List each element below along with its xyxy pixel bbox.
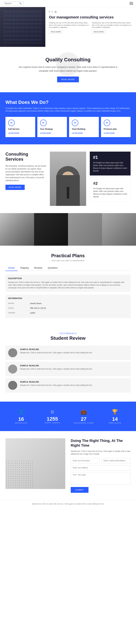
stat-icon: ☺	[37, 409, 68, 414]
description-label: DESCRIPTION	[8, 277, 128, 280]
hero-section: f t ◎ Our management consulting services…	[0, 7, 136, 47]
consulting-section: Consulting Services We bring deep, funct…	[0, 144, 136, 213]
strip-img-3	[68, 213, 102, 246]
strip-img-2	[34, 213, 68, 246]
stats-section: 👤 16 SPECIALISTS ☺ 1255 HAPPY CLIENTS 💼 …	[0, 402, 136, 431]
review-headline: SAMPLE HEADLINE	[20, 381, 92, 383]
review-text: Sample text. Click to select the text bo…	[20, 368, 92, 370]
header: 🔍	[0, 0, 136, 7]
consulting-title: Consulting Services	[6, 152, 46, 162]
reviews-section: testimonials Student Review SAMPLE HEADL…	[0, 325, 136, 402]
avatar	[8, 348, 17, 357]
first-name-input[interactable]	[71, 458, 100, 463]
strip-img-1	[0, 213, 34, 246]
hero-read-more-btn-1[interactable]: READ MORE	[49, 30, 63, 34]
service-card: 04 Premium plan LEARN MORE	[101, 117, 131, 137]
review-card: SAMPLE HEADLINE Sample text. Click to se…	[6, 346, 130, 360]
practical-tab[interactable]: Reviews	[31, 265, 45, 271]
stat-num: 16	[6, 416, 37, 422]
description-text: Sample text. Click to select the text bo…	[8, 281, 128, 289]
image-strip	[0, 213, 136, 246]
service-learn-link[interactable]: LEARN MORE	[72, 132, 83, 134]
rank2-card: #2 Vel fringilla est ullamcorper eget nu…	[90, 178, 130, 202]
consulting-left: Consulting Services We bring deep, funct…	[6, 152, 50, 206]
info-row: MODELTBK-216-11-116-01	[8, 306, 128, 310]
search-icon: 🔍	[19, 2, 22, 5]
practical-tab[interactable]: Questions	[45, 265, 60, 271]
doing-right-content: Doing The Right Thing, At The Right Time…	[71, 438, 130, 493]
doing-right-description: Sample text. Click to select the text bo…	[71, 450, 130, 455]
review-headline: SAMPLE HEADLINE	[20, 348, 92, 350]
stat-num: 27	[68, 416, 99, 422]
services-grid: 01 Call Service LEARN MORE 02 Your Strat…	[6, 117, 130, 137]
email-input[interactable]	[101, 458, 130, 463]
facebook-icon[interactable]: f	[49, 10, 50, 13]
service-learn-link[interactable]: LEARN MORE	[8, 132, 19, 134]
what-we-do-description: Ut porttitor leo a diam sollicitudin. Tu…	[6, 107, 130, 112]
consulting-read-more-btn[interactable]: READ MORE	[6, 185, 25, 190]
message-input[interactable]	[71, 472, 130, 485]
practical-tab[interactable]: Details	[6, 265, 18, 271]
hero-building-img	[0, 7, 45, 47]
search-box[interactable]: 🔍	[3, 2, 23, 6]
practical-tab[interactable]: Shipping	[18, 265, 32, 271]
service-learn-link[interactable]: LEARN MORE	[104, 132, 115, 134]
consulting-person-img	[50, 152, 86, 206]
stat-item: 👤 16 SPECIALISTS	[6, 409, 37, 424]
review-text: Sample text. Click to select the text bo…	[20, 384, 92, 386]
stat-item: 🏆 14 SPECIALISTS	[99, 409, 131, 424]
rank1-num: #1	[93, 155, 127, 160]
stat-icon: 👤	[6, 409, 37, 415]
stat-label: SPECIALISTS	[6, 422, 37, 424]
search-input[interactable]	[5, 2, 19, 5]
footer: Sample text. Click to select the text bo…	[0, 500, 136, 508]
avatar	[8, 364, 17, 374]
info-row-label: GENDER	[8, 312, 30, 314]
what-we-do-section: What Does We Do? Ut porttitor leo a diam…	[0, 92, 136, 144]
stat-num: 1255	[37, 416, 68, 422]
hero-col1-text: Keeping your eye on the ball while perfo…	[49, 22, 90, 28]
info-row-value: Ladies	[30, 312, 35, 314]
stat-item: 💼 27 SUCCESSFUL CASES	[68, 409, 99, 424]
stat-icon: 🏆	[99, 409, 131, 415]
hero-col2-text: Keeping your eye on the ball while perfo…	[92, 22, 132, 28]
service-title: Team Building	[72, 128, 96, 130]
service-learn-link[interactable]: LEARN MORE	[40, 132, 51, 134]
hero-read-more-btn-2[interactable]: READ MORE	[92, 30, 106, 34]
practical-tabs: DetailsShippingReviewsQuestions	[6, 265, 130, 271]
description-box: DESCRIPTION Sample text. Click to select…	[6, 274, 130, 292]
review-text: Sample text. Click to select the text bo…	[20, 351, 92, 354]
practical-subtitle: Duis aute irure dolor in reprehenderit	[6, 260, 130, 262]
what-we-do-title: What Does We Do?	[6, 100, 130, 105]
strip-img-4	[102, 213, 136, 246]
avatar	[8, 381, 17, 390]
hamburger-menu[interactable]	[129, 2, 133, 5]
rank1-card: #1 Vel fringilla est ullamcorper eget nu…	[90, 152, 130, 176]
hero-content: f t ◎ Our management consulting services…	[45, 7, 136, 47]
address-input[interactable]	[71, 465, 130, 470]
service-num: 01	[8, 120, 15, 126]
stat-icon: 💼	[68, 409, 99, 415]
instagram-icon[interactable]: ◎	[55, 10, 57, 13]
info-label: INFORMATION	[8, 297, 128, 300]
service-num: 03	[72, 120, 78, 126]
doing-left-img	[6, 438, 65, 489]
rank2-num: #2	[93, 181, 127, 186]
doing-right-section: Doing The Right Thing, At The Right Time…	[0, 431, 136, 500]
submit-button[interactable]: SUBMIT	[71, 487, 88, 493]
service-title: Call Service	[8, 128, 33, 130]
rank2-text: Vel fringilla est ullamcorper eget nulla…	[93, 187, 127, 198]
service-card: 03 Team Building LEARN MORE	[69, 117, 99, 137]
reviews-title: Student Review	[6, 336, 130, 341]
footer-text: Sample text. Click to select the text bo…	[6, 503, 130, 505]
service-card: 01 Call Service LEARN MORE	[6, 117, 35, 137]
info-row-label: MODEL	[8, 307, 30, 309]
reviews-section-label: testimonials	[6, 332, 130, 334]
quality-title: Quality Consulting	[18, 57, 118, 62]
stat-item: ☺ 1255 HAPPY CLIENTS	[37, 409, 68, 424]
twitter-icon[interactable]: t	[52, 10, 53, 13]
service-title: Your Strategy	[40, 128, 64, 130]
review-card: SAMPLE HEADLINE Sample text. Click to se…	[6, 378, 130, 392]
consulting-description: We bring deep, functional expertise, but…	[6, 164, 46, 182]
quality-cta-button[interactable]: READ MORE	[57, 76, 79, 82]
